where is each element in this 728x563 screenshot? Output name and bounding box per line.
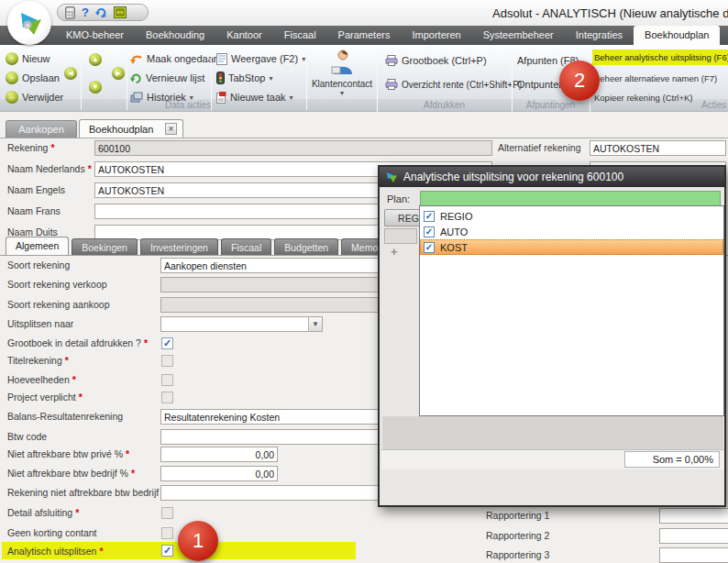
traffic-light-icon [216, 72, 225, 84]
menu-tab-integraties[interactable]: Integraties [565, 26, 634, 45]
dialog-logo-icon [385, 171, 398, 183]
grootboek-detail-checkbox[interactable] [161, 337, 173, 349]
project-verplicht-label: Project verplicht [7, 392, 83, 403]
tab-boekingen[interactable]: Boekingen [72, 238, 138, 256]
tab-budgetten[interactable]: Budgetten [274, 238, 338, 256]
naam-engels-label: Naam Engels [7, 184, 65, 195]
printer-icon [385, 79, 398, 90]
help-icon[interactable]: ? [82, 6, 89, 19]
nieuw-button[interactable]: +Nieuw [6, 51, 50, 66]
menu-tab-importeren[interactable]: Importeren [401, 26, 471, 45]
plan-combobox[interactable] [420, 191, 721, 206]
undo-icon [130, 53, 143, 65]
group-label-afpuntingen: Afpuntingen [513, 100, 589, 111]
dialog-bottom-strip [382, 416, 723, 449]
regio-checkbox[interactable] [424, 211, 435, 222]
rapportering-2-field[interactable] [659, 528, 728, 544]
beheer-analytische-label: Beheer analytische uitsplitsing (F6) [592, 52, 728, 62]
titelrekening-checkbox[interactable] [161, 355, 173, 367]
balans-resultatenrekening-label: Balans-Resultatenrekening [7, 411, 123, 422]
auto-checkbox[interactable] [424, 226, 435, 237]
chevron-down-icon: ▾ [269, 74, 272, 83]
rekening-btw-bedrijf-label: Rekening niet aftrekbare btw bedrijf [7, 487, 159, 498]
grootboek-label: Grootboek (Ctrl+P) [402, 55, 487, 66]
opslaan-label: Opslaan [22, 72, 60, 83]
rapportering-3-field[interactable] [659, 547, 728, 563]
btw-prive-field[interactable] [160, 447, 278, 462]
vernieuw-lijst-button[interactable]: Vernieuw lijst [130, 71, 204, 85]
detail-afsluiting-label: Detail afsluiting [7, 507, 79, 518]
som-total: Som = 0,00% [624, 451, 720, 468]
nieuw-label: Nieuw [22, 53, 50, 64]
detail-afsluiting-checkbox[interactable] [161, 507, 173, 519]
menu-tab-boekhouding[interactable]: Boekhouding [135, 26, 215, 45]
tab-boekhoudplan-label: Boekhoudplan [89, 124, 153, 135]
grid-row-header [384, 228, 417, 244]
soort-rekening-label: Soort rekening [7, 259, 70, 270]
calculator-icon[interactable] [65, 6, 75, 19]
list-item-auto[interactable]: AUTO [420, 224, 723, 239]
kost-checkbox[interactable] [424, 242, 435, 253]
chevron-down-icon[interactable]: ▼ [308, 317, 322, 331]
geen-korting-checkbox[interactable] [161, 527, 173, 539]
hoeveelheden-checkbox[interactable] [161, 374, 173, 386]
btw-prive-label: Niet aftrekbare btw privé % [7, 448, 129, 459]
quick-access-toolbar: ? [57, 4, 149, 21]
weergave-button[interactable]: Weergave (F2) ▾ [216, 51, 305, 66]
tab-algemeen[interactable]: Algemeen [6, 237, 69, 256]
svg-text:a: a [26, 22, 29, 28]
nav-previous-icon[interactable]: ▲ [89, 53, 102, 66]
klantencontact-button[interactable]: Klantencontact ▾ [310, 49, 374, 105]
close-icon[interactable]: × [165, 123, 177, 135]
rapportering-1-label: Rapportering 1 [486, 510, 549, 521]
grootboek-button[interactable]: Grootboek (Ctrl+P) [385, 53, 487, 68]
nav-next-icon[interactable]: ▼ [89, 81, 102, 94]
menu-tab-kmo-beheer[interactable]: KMO-beheer [55, 26, 135, 45]
title-bar: ? Adsolut - ANALYTISCH (Nieuw analytisch… [0, 0, 728, 26]
expand-icon[interactable] [114, 6, 127, 18]
maak-ongedaan-button[interactable]: Maak ongedaan [130, 51, 219, 66]
naam-nederlands-label: Naam Nederlands [7, 163, 92, 174]
add-row-icon[interactable]: + [391, 245, 398, 259]
regio-label: REGIO [440, 211, 472, 222]
tab-boekhoudplan[interactable]: Boekhoudplan × [79, 119, 183, 138]
analytisch-uitsplitsen-checkbox[interactable] [161, 545, 173, 557]
auto-label: AUTO [440, 226, 468, 237]
list-item-kost[interactable]: KOST [420, 239, 723, 255]
rapportering-2-label: Rapportering 2 [486, 530, 549, 541]
rapportering-1-field[interactable] [659, 508, 728, 524]
nav-last-icon[interactable]: ▶ [112, 67, 125, 80]
menu-tab-parameters[interactable]: Parameters [327, 26, 402, 45]
tabstop-label: TabStop [228, 72, 265, 83]
tab-investeringen[interactable]: Investeringen [140, 238, 218, 256]
uitsplitsen-naar-dropdown[interactable] [160, 316, 323, 332]
titelrekening-label: Titelrekening [7, 355, 69, 366]
overzicht-rente-button[interactable]: Overzicht rente (Ctrl+Shift+P) [385, 77, 522, 92]
rekening-field[interactable] [94, 140, 492, 156]
btw-bedrijf-field[interactable] [160, 466, 278, 481]
menu-tab-boekhoudplan[interactable]: Boekhoudplan [634, 26, 720, 45]
opslaan-button[interactable]: ▪Opslaan [6, 71, 60, 85]
kopieer-rekening-button[interactable]: Kopieer rekening (Ctrl+K) [594, 90, 692, 105]
sync-icon[interactable] [95, 6, 107, 18]
nav-first-icon[interactable]: ◀ [64, 67, 77, 80]
maak-ongedaan-label: Maak ongedaan [147, 53, 219, 64]
tab-fiscaal[interactable]: Fiscaal [221, 238, 271, 256]
menu-tab-kantoor[interactable]: Kantoor [215, 26, 273, 45]
chevron-down-icon: ▾ [310, 89, 374, 97]
list-item-regio[interactable]: REGIO [420, 208, 723, 224]
new-record-icon: + [6, 52, 18, 65]
alternatief-rekening-field[interactable] [590, 140, 726, 156]
tabstop-button[interactable]: TabStop ▾ [216, 71, 272, 85]
naam-frans-label: Naam Frans [7, 205, 61, 216]
menu-tab-systeembeheer[interactable]: Systeembeheer [472, 26, 565, 45]
project-verplicht-checkbox[interactable] [161, 392, 173, 403]
vernieuw-lijst-label: Vernieuw lijst [146, 72, 204, 83]
beheer-analytische-uitsplitsing-button[interactable]: Beheer analytische uitsplitsing (F6) [592, 50, 728, 65]
menu-tab-fiscaal[interactable]: Fiscaal [273, 26, 327, 45]
app-logo-icon[interactable]: a [7, 1, 51, 45]
tab-aankopen[interactable]: Aankopen [6, 120, 77, 138]
rekening-label: Rekening [7, 142, 54, 153]
beheer-alternatieve-namen-button[interactable]: Beheer alternatieve namen (F7) [594, 71, 717, 85]
dialog-title-bar[interactable]: Analytische uitsplitsing voor rekening 6… [380, 167, 724, 187]
